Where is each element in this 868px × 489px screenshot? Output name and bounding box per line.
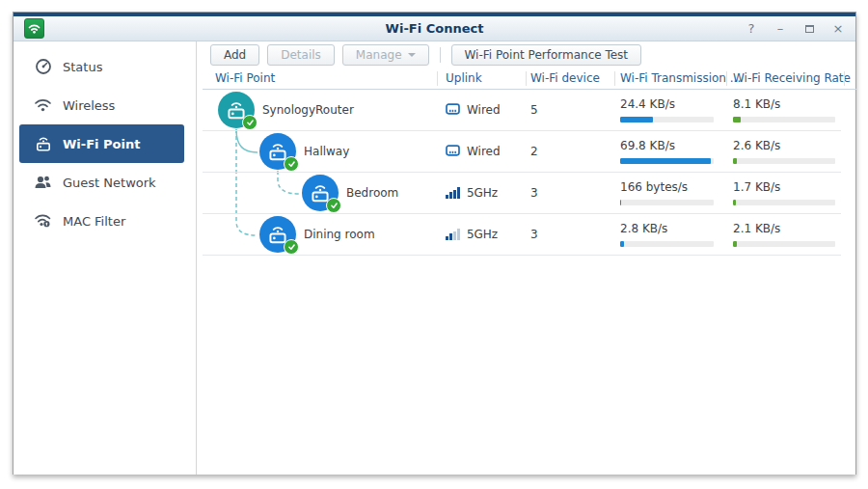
caret-down-icon: [408, 53, 416, 57]
uplink-label: 5GHz: [467, 186, 498, 200]
sidebar-item-label: Guest Network: [63, 176, 156, 190]
app-window: Wi-Fi Connect ? – × Status Wireless: [13, 12, 856, 475]
check-badge-icon: [284, 156, 299, 172]
sidebar-item-label: Wireless: [63, 98, 115, 113]
sidebar: Status Wireless Wi-Fi Point Guest Networ…: [14, 41, 197, 475]
help-icon[interactable]: ?: [744, 21, 759, 37]
column-separator: [526, 71, 527, 86]
wifi-point-name: SynologyRouter: [262, 90, 354, 130]
transmission-bar: [620, 158, 714, 164]
wifi-point-node[interactable]: [218, 92, 255, 128]
uplink-cell: 5GHz: [446, 173, 498, 213]
table-row[interactable]: Dining room 5GHz 3 2.8 KB/s 2.1 KB/s: [203, 214, 841, 256]
performance-test-button[interactable]: Wi-Fi Point Performance Test: [451, 44, 642, 66]
receiving-rate: 1.7 KB/s: [733, 180, 780, 194]
device-count: 3: [530, 173, 538, 213]
minimize-icon[interactable]: –: [773, 21, 788, 37]
sidebar-item-guest-network[interactable]: Guest Network: [19, 163, 184, 202]
transmission-rate: 24.4 KB/s: [620, 97, 675, 111]
wifi-point-name: Bedroom: [346, 173, 398, 213]
window-title: Wi-Fi Connect: [14, 16, 855, 41]
table-row[interactable]: Bedroom 5GHz 3 166 bytes/s 1.7 KB/s: [203, 173, 841, 214]
uplink-label: Wired: [467, 103, 501, 117]
table-header: Wi-Fi Point Uplink Wi-Fi device Wi-Fi Tr…: [203, 68, 856, 90]
ethernet-icon: [446, 103, 460, 118]
transmission-rate: 69.8 KB/s: [620, 139, 675, 152]
sidebar-item-wireless[interactable]: Wireless: [19, 86, 184, 124]
receiving-bar: [733, 158, 835, 164]
device-count: 3: [530, 214, 538, 255]
window-controls: ? – ×: [744, 16, 846, 41]
transmission-rate: 166 bytes/s: [620, 180, 688, 194]
wifi-icon: [34, 96, 52, 115]
column-header-wifi-device[interactable]: Wi-Fi device: [530, 71, 600, 85]
wifi-point-name: Dining room: [304, 214, 375, 255]
transmission-rate: 2.8 KB/s: [620, 222, 667, 235]
details-button: Details: [267, 44, 335, 66]
uplink-cell: Wired: [446, 131, 501, 172]
check-badge-icon: [326, 198, 341, 213]
toolbar: Add Details Manage Wi-Fi Point Performan…: [210, 44, 641, 66]
column-separator: [614, 71, 615, 86]
uplink-label: Wired: [467, 145, 501, 158]
receiving-bar: [733, 241, 835, 247]
receiving-rate: 8.1 KB/s: [733, 97, 780, 111]
users-icon: [34, 174, 52, 192]
wifi-point-icon: [34, 135, 52, 153]
maximize-icon[interactable]: [801, 21, 817, 37]
signal-bars-icon: [446, 187, 460, 199]
add-button[interactable]: Add: [210, 44, 259, 66]
column-header-transmission[interactable]: Wi-Fi Transmission ...: [620, 71, 741, 85]
check-badge-icon: [284, 239, 299, 255]
sidebar-item-status[interactable]: Status: [19, 47, 184, 86]
close-icon[interactable]: ×: [830, 21, 846, 37]
manage-button: Manage: [342, 44, 429, 66]
receiving-rate: 2.1 KB/s: [733, 222, 780, 235]
wifi-point-node[interactable]: [259, 216, 296, 253]
table-row[interactable]: SynologyRouter Wired 5 24.4 KB/s 8.1 KB/…: [203, 90, 841, 131]
wifi-point-node[interactable]: [302, 175, 339, 211]
wifi-point-name: Hallway: [304, 131, 349, 172]
table-row[interactable]: Hallway Wired 2 69.8 KB/s 2.6 KB/s: [203, 131, 841, 173]
transmission-bar: [620, 241, 714, 247]
sidebar-item-label: Status: [63, 60, 102, 74]
column-header-receiving[interactable]: Wi-Fi Receiving Rate: [733, 71, 851, 85]
wifi-point-node[interactable]: [259, 133, 296, 170]
column-header-wifi-point[interactable]: Wi-Fi Point: [215, 71, 275, 85]
gauge-icon: [34, 58, 52, 76]
column-separator: [726, 71, 727, 86]
transmission-bar: [620, 117, 714, 122]
receiving-bar: [733, 117, 835, 122]
transmission-bar: [620, 200, 714, 205]
wifi-point-table: SynologyRouter Wired 5 24.4 KB/s 8.1 KB/…: [203, 90, 841, 256]
receiving-rate: 2.6 KB/s: [733, 139, 780, 152]
device-count: 5: [530, 90, 538, 130]
main-panel: Add Details Manage Wi-Fi Point Performan…: [197, 41, 855, 475]
device-count: 2: [530, 131, 538, 172]
ethernet-icon: [446, 145, 460, 159]
uplink-label: 5GHz: [467, 228, 498, 241]
sidebar-item-mac-filter[interactable]: MAC Filter: [19, 202, 184, 240]
sidebar-item-wifi-point[interactable]: Wi-Fi Point: [19, 124, 184, 163]
title-bar: Wi-Fi Connect ? – ×: [14, 16, 855, 41]
sidebar-item-label: MAC Filter: [63, 214, 125, 229]
wifi-lock-icon: [34, 212, 52, 231]
sidebar-item-label: Wi-Fi Point: [63, 137, 140, 151]
uplink-cell: Wired: [446, 90, 501, 130]
uplink-cell: 5GHz: [446, 214, 498, 255]
column-header-uplink[interactable]: Uplink: [446, 71, 482, 85]
check-badge-icon: [242, 115, 258, 130]
toolbar-separator: [440, 47, 441, 63]
column-separator: [437, 71, 438, 86]
column-separator: [844, 71, 845, 86]
receiving-bar: [733, 200, 835, 205]
signal-bars-icon: [446, 229, 460, 240]
